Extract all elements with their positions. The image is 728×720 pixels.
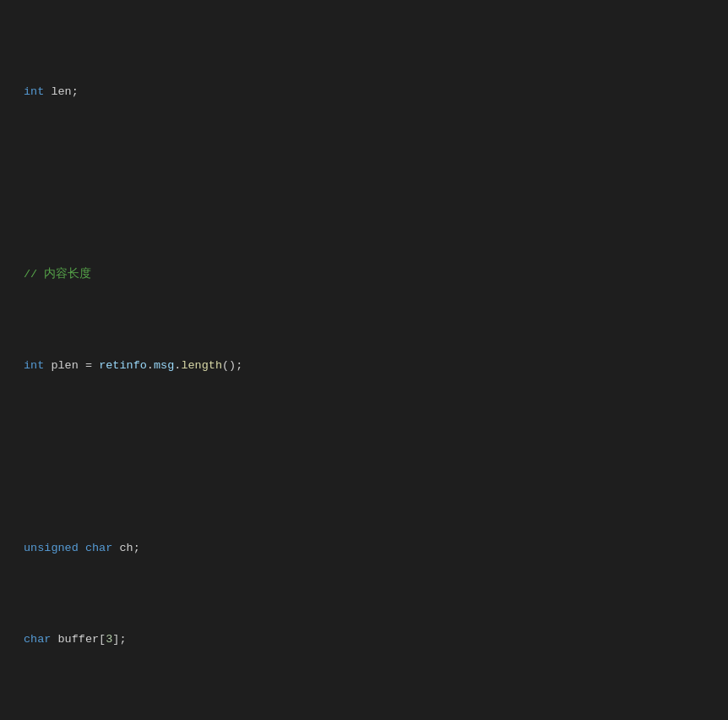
code-editor: int len; // 内容长度 int plen = retinfo.msg.… [0, 7, 728, 720]
line-1: int len; [0, 83, 728, 101]
line-7: char buffer[3]; [0, 630, 728, 649]
line-6: unsigned char ch; [0, 539, 728, 558]
line-3: // 内容长度 [0, 265, 728, 284]
line-5 [0, 448, 728, 466]
line-4: int plen = retinfo.msg.length(); [0, 357, 728, 375]
line-2 [0, 174, 728, 193]
